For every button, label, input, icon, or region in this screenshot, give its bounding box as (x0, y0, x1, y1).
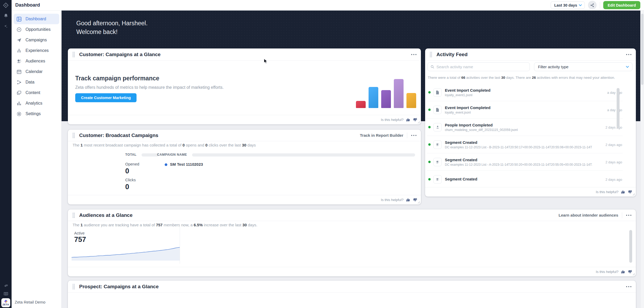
card-menu-button[interactable] (626, 214, 632, 216)
activity-row[interactable]: Event Import Completedloyalty_event1.jso… (427, 84, 623, 101)
opened-value: 0 (125, 167, 129, 175)
activity-time: 2 days ago (605, 160, 622, 164)
resize-handle-icon[interactable] (417, 120, 420, 124)
search-input[interactable] (436, 65, 527, 69)
status-dot (428, 91, 431, 94)
drag-handle-icon[interactable] (72, 212, 75, 218)
workspace-name: Zeta Retail Demo (15, 300, 46, 304)
chevron-down-icon (626, 66, 629, 68)
resize-handle-icon[interactable] (632, 193, 635, 196)
activity-time: 2 days ago (605, 125, 622, 129)
search-icon (430, 65, 434, 69)
resize-handle-icon[interactable] (417, 201, 420, 204)
sidebar-item-experiences[interactable]: Experiences (14, 45, 59, 56)
page-scrollbar[interactable] (640, 11, 644, 308)
sidebar-item-content[interactable]: Content (14, 87, 59, 98)
helpful-label: Is this helpful? (596, 190, 618, 194)
card-activity-feed: Activity Feed Filter activity type There… (425, 48, 636, 197)
filter-label: Filter activity type (538, 65, 568, 69)
thumbs-down-icon[interactable] (628, 270, 632, 274)
create-customer-marketing-button[interactable]: Create Customer Marketing (75, 93, 137, 102)
card-footer: Is this helpful? (68, 195, 421, 204)
bar-illustration (356, 79, 416, 108)
activity-row[interactable]: Segment Created 2 days ago (427, 171, 623, 187)
card-title: Activity Feed (436, 52, 467, 57)
sidebar-item-audiences[interactable]: Audiences (14, 56, 59, 66)
card-menu-button[interactable] (411, 135, 417, 136)
header-rule (142, 153, 159, 157)
activity-row[interactable]: Event Import Completedloyalty_event.json… (427, 101, 623, 119)
docs-book-icon[interactable] (0, 291, 12, 296)
activity-type-filter[interactable]: Filter activity type (534, 62, 632, 71)
activity-summary: There were a total of 66 activities over… (428, 76, 628, 80)
resize-handle-icon[interactable] (632, 272, 635, 276)
top-bar: Dashboard Last 30 days Edit Dashboard (12, 0, 644, 11)
total-column-header: TOTAL (125, 153, 137, 157)
edit-dashboard-button[interactable]: Edit Dashboard (603, 1, 640, 9)
mouse-cursor (263, 58, 269, 64)
track-in-report-builder-link[interactable]: Track in Report Builder (360, 133, 403, 138)
dashboard-page: Good afternoon, Harsheel. Welcome back! … (0, 0, 644, 308)
card-menu-button[interactable] (411, 54, 417, 55)
notifications-bell-icon[interactable] (0, 13, 12, 18)
thumbs-up-icon[interactable] (621, 270, 625, 274)
sidebar-item-calendar[interactable]: Calendar (14, 66, 59, 77)
card-menu-button[interactable] (626, 286, 632, 287)
thumbs-up-icon[interactable] (406, 198, 410, 202)
share-button[interactable] (588, 1, 597, 9)
sidebar-item-label: Audiences (26, 59, 45, 63)
signal-icon[interactable] (0, 282, 12, 287)
drag-handle-icon[interactable] (72, 284, 75, 290)
thumbs-down-icon[interactable] (628, 190, 632, 194)
card-scrollbar-thumb[interactable] (629, 230, 632, 263)
sidebar-item-opportunities[interactable]: Opportunities (14, 24, 59, 35)
divider (622, 212, 622, 218)
drag-handle-icon[interactable] (72, 52, 75, 57)
thumbs-down-icon[interactable] (413, 198, 417, 202)
thumbs-up-icon[interactable] (406, 118, 410, 122)
campaign-legend-label: SM Test 11102023 (170, 162, 203, 167)
learn-about-intender-audiences-link[interactable]: Learn about intender audiences (559, 213, 618, 217)
sparkles-icon[interactable] (0, 24, 12, 29)
helpful-label: Is this helpful? (596, 270, 618, 274)
promo-title: Track campaign performance (75, 75, 159, 82)
card-title: Prospect: Campaigns at a Glance (79, 284, 159, 290)
greeting-line1: Good afternoon, Harsheel. (76, 19, 148, 28)
page-scrollbar-thumb[interactable] (641, 14, 643, 85)
sidebar-item-label: Experiences (26, 48, 49, 53)
thumbs-up-icon[interactable] (621, 190, 625, 194)
sidebar-item-settings[interactable]: Settings (14, 109, 59, 119)
sidebar-item-dashboard[interactable]: Dashboard (14, 14, 59, 24)
sidebar-item-label: Data (26, 80, 34, 85)
divider (407, 133, 407, 138)
list-scrollbar-thumb[interactable] (617, 88, 620, 128)
ellipsis-icon (626, 54, 632, 55)
active-label: Active (74, 231, 85, 235)
activity-row[interactable]: Segment CreatedDC examples 11-12-2023 Li… (427, 153, 623, 171)
sidebar-item-campaigns[interactable]: Campaigns (14, 35, 59, 45)
date-range-select[interactable]: Last 30 days (551, 1, 585, 9)
promo-body: Zeta offers hundreds of metrics to help … (75, 85, 224, 90)
activity-row[interactable]: People Import Completedchurn_modeling_sc… (427, 119, 623, 136)
card-menu-button[interactable] (626, 54, 632, 55)
segment-icon (433, 175, 442, 184)
divider (180, 224, 180, 264)
sidebar-item-analytics[interactable]: Analytics (14, 98, 59, 109)
activity-row[interactable]: Segment CreatedDC examples 11-12-2023 Li… (427, 136, 623, 153)
sidebar-item-data[interactable]: Data (14, 77, 59, 87)
drag-handle-icon[interactable] (429, 52, 432, 57)
sidebar-item-label: Calendar (26, 69, 43, 74)
segment-icon (433, 158, 442, 166)
thumbs-down-icon[interactable] (413, 118, 417, 122)
sitemap-icon (16, 48, 22, 53)
card-title: Customer: Campaigns at a Glance (79, 52, 160, 57)
zeta-logo[interactable]: ZETA (1, 298, 10, 307)
zeta-mark-icon[interactable] (0, 2, 12, 8)
header-rule (192, 153, 415, 157)
file-icon (433, 88, 442, 97)
status-dot (428, 178, 431, 180)
drag-handle-icon[interactable] (72, 133, 75, 138)
data-flow-icon (16, 80, 22, 85)
clicks-label: Clicks (125, 178, 136, 182)
card-footer: Is this helpful? (68, 267, 636, 276)
